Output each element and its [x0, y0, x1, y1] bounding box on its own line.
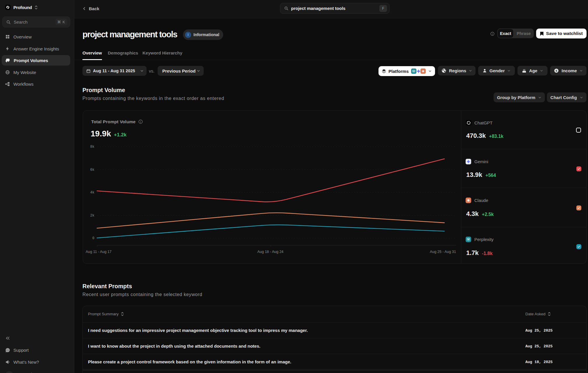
svg-text:$: $ [556, 69, 557, 72]
